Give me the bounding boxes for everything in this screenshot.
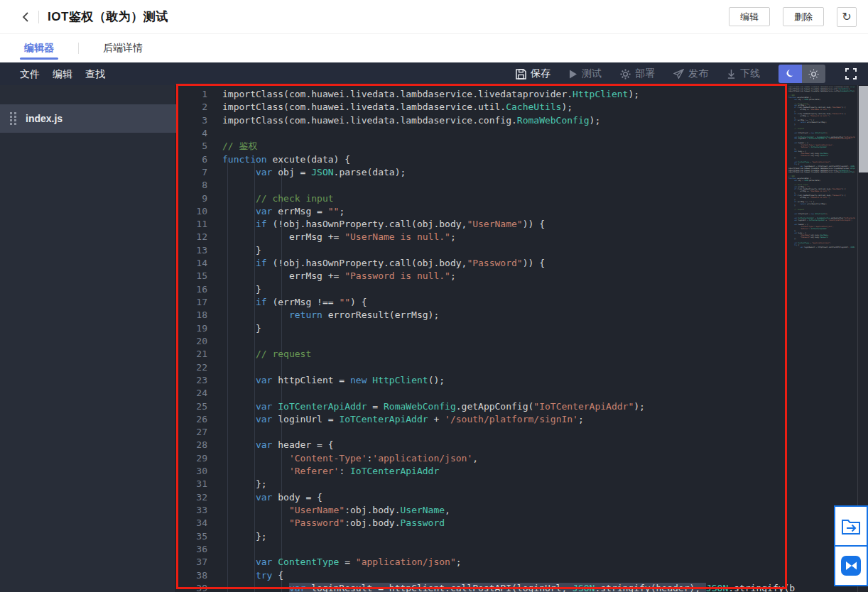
code-line[interactable]: 4 xyxy=(176,127,787,140)
code-line[interactable]: 29 'Content-Type':'application/json', xyxy=(176,452,787,465)
menu-item[interactable]: 文件 xyxy=(20,68,40,80)
line-content: } xyxy=(222,283,261,296)
code-line[interactable]: 32 var body = { xyxy=(176,491,787,504)
code-line[interactable]: 7 var obj = JSON.parse(data); xyxy=(176,166,787,179)
theme-toggle[interactable] xyxy=(779,65,825,83)
code-line[interactable]: 22 xyxy=(176,361,787,374)
code-line[interactable]: 34 "Password":obj.body.Password xyxy=(176,517,787,530)
code-line[interactable]: 11 if (!obj.hasOwnProperty.call(obj.body… xyxy=(176,218,787,231)
code-line[interactable]: 2importClass(com.huawei.livedata.lambdas… xyxy=(176,101,787,114)
tab-backend-detail[interactable]: 后端详情 xyxy=(100,34,146,62)
sidebar-item-indexjs[interactable]: index.js xyxy=(0,104,176,133)
dark-theme-button[interactable] xyxy=(779,65,802,83)
code-line[interactable]: 10 var errMsg = ""; xyxy=(176,205,787,218)
code-line[interactable]: 13 } xyxy=(176,244,787,257)
line-number: 16 xyxy=(176,283,207,296)
line-number: 17 xyxy=(176,296,207,309)
code-line[interactable]: 33 "UserName":obj.body.UserName, xyxy=(176,504,787,517)
refresh-button[interactable]: ↻ xyxy=(837,7,857,27)
action-label: 下线 xyxy=(740,67,760,80)
line-number: 4 xyxy=(176,127,207,140)
code-line[interactable]: 37 var ContentType = "application/json"; xyxy=(176,556,787,569)
line-number: 33 xyxy=(176,504,207,517)
code-line[interactable]: 25 var IoTCenterApiAddr = RomaWebConfig.… xyxy=(176,400,787,413)
line-content: importClass(com.huawei.livedata.lambdase… xyxy=(222,88,639,101)
line-number: 5 xyxy=(176,140,207,153)
code-lines[interactable]: 1importClass(com.huawei.livedata.lambdas… xyxy=(176,88,787,592)
code-line[interactable]: 21 // request xyxy=(176,348,787,361)
line-number: 31 xyxy=(176,478,207,490)
line-number: 11 xyxy=(176,218,207,231)
line-number: 18 xyxy=(176,309,207,322)
code-line[interactable]: 5// 鉴权 xyxy=(176,140,787,153)
line-number: 26 xyxy=(176,413,207,426)
publish-action[interactable]: 发布 xyxy=(673,67,708,80)
line-number: 23 xyxy=(176,374,207,387)
code-line[interactable]: 30 'Referer': IoTCenterApiAddr xyxy=(176,465,787,478)
line-content: var body = { xyxy=(222,491,322,504)
code-line[interactable]: 19 } xyxy=(176,322,787,335)
line-number: 29 xyxy=(176,452,207,465)
file-sidebar: index.js xyxy=(0,85,176,592)
menu-item[interactable]: 编辑 xyxy=(53,68,72,80)
line-content: var loginUrl = IoTCenterApiAddr + '/sout… xyxy=(222,413,584,426)
code-line[interactable]: 18 return errorResult(errMsg); xyxy=(176,309,787,322)
folder-export-icon xyxy=(841,517,861,535)
code-line[interactable]: 35 }; xyxy=(176,530,787,543)
minimap[interactable]: importClass(com.huawei.livedata.lambdase… xyxy=(788,87,855,251)
code-editor[interactable]: 1importClass(com.huawei.livedata.lambdas… xyxy=(176,85,868,592)
code-line[interactable]: 12 errMsg += "UserName is null."; xyxy=(176,231,787,243)
action-label: 保存 xyxy=(531,67,550,80)
code-line[interactable]: 36 xyxy=(176,543,787,556)
tab-editor[interactable]: 编辑器 xyxy=(21,34,57,62)
meeting-app-button[interactable] xyxy=(834,545,868,586)
drag-handle-icon[interactable] xyxy=(10,112,17,125)
code-line[interactable]: 6function excute(data) { xyxy=(176,153,787,166)
edit-button[interactable]: 编辑 xyxy=(729,7,770,26)
code-line[interactable]: 27 xyxy=(176,426,787,439)
code-line[interactable]: 9 // check input xyxy=(176,192,787,205)
page-header: IOT鉴权（敢为）测试 编辑 删除 ↻ xyxy=(0,0,868,33)
line-content: importClass(com.huawei.livedata.lambdase… xyxy=(222,114,600,127)
code-line[interactable]: 15 errMsg += "Password is null."; xyxy=(176,270,787,283)
code-line[interactable]: 14 if (!obj.hasOwnProperty.call(obj.body… xyxy=(176,257,787,270)
test-action[interactable]: 测试 xyxy=(569,67,602,80)
code-line[interactable]: 39 var loginResult = httpClient.callPost… xyxy=(176,582,787,592)
code-line[interactable]: 31 }; xyxy=(176,478,787,490)
line-number: 22 xyxy=(176,361,207,374)
code-line[interactable]: 20 xyxy=(176,335,787,348)
code-line[interactable]: 16 } xyxy=(176,283,787,296)
code-line[interactable]: 26 var loginUrl = IoTCenterApiAddr + '/s… xyxy=(176,413,787,426)
save-action[interactable]: 保存 xyxy=(516,67,550,80)
code-line[interactable]: 1importClass(com.huawei.livedata.lambdas… xyxy=(176,88,787,101)
line-content: "UserName":obj.body.UserName, xyxy=(222,504,450,517)
line-content: var httpClient = new HttpClient(); xyxy=(222,374,445,387)
delete-button[interactable]: 删除 xyxy=(783,7,824,26)
offline-action[interactable]: 下线 xyxy=(727,67,760,80)
line-number: 39 xyxy=(176,582,207,592)
back-button[interactable] xyxy=(18,10,33,24)
code-line[interactable]: 24 xyxy=(176,387,787,400)
line-number: 35 xyxy=(176,530,207,543)
page-title: IOT鉴权（敢为）测试 xyxy=(48,9,168,25)
menu-item[interactable]: 查找 xyxy=(85,68,105,80)
code-line[interactable]: 17 if (errMsg !== "") { xyxy=(176,296,787,309)
app-window: IOT鉴权（敢为）测试 编辑 删除 ↻ 编辑器后端详情 文件编辑查找 保存测试部… xyxy=(0,0,868,592)
code-line[interactable]: 23 var httpClient = new HttpClient(); xyxy=(176,374,787,387)
light-theme-button[interactable] xyxy=(802,65,825,83)
line-number: 38 xyxy=(176,569,207,582)
action-label: 测试 xyxy=(582,67,602,80)
code-line[interactable]: 28 var header = { xyxy=(176,439,787,451)
line-content: importClass(com.huawei.livedata.lambdase… xyxy=(222,101,573,114)
fullscreen-button[interactable] xyxy=(844,67,858,81)
sun-icon xyxy=(808,69,819,80)
deploy-action[interactable]: 部署 xyxy=(620,67,655,80)
gear-icon xyxy=(620,69,631,80)
scrollbar-thumb[interactable] xyxy=(859,86,868,172)
code-line[interactable]: 8 xyxy=(176,179,787,192)
code-line[interactable]: 3importClass(com.huawei.livedata.lambdas… xyxy=(176,114,787,127)
export-folder-button[interactable] xyxy=(834,505,868,547)
code-line[interactable]: 38 try { xyxy=(176,569,787,582)
line-number: 19 xyxy=(176,322,207,335)
line-content: if (errMsg !== "") { xyxy=(222,296,367,309)
